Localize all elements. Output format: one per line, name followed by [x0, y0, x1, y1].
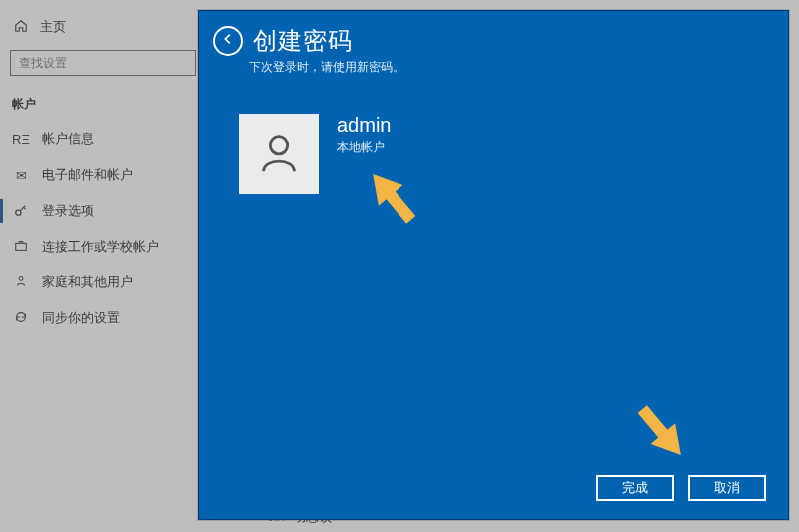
back-button[interactable] — [213, 26, 243, 56]
account-name: admin — [337, 114, 391, 137]
cancel-button-label: 取消 — [714, 479, 740, 497]
create-password-dialog: 创建密码 下次登录时，请使用新密码。 admin 本地帐户 完成 取消 — [198, 10, 789, 520]
dialog-subtitle: 下次登录时，请使用新密码。 — [199, 59, 788, 76]
avatar — [239, 114, 319, 194]
account-type: 本地帐户 — [337, 139, 391, 156]
dialog-header: 创建密码 — [199, 11, 788, 59]
dialog-button-row: 完成 取消 — [596, 475, 766, 501]
back-arrow-icon — [221, 32, 235, 50]
finish-button[interactable]: 完成 — [596, 475, 674, 501]
dialog-title: 创建密码 — [253, 25, 353, 57]
account-summary: admin 本地帐户 — [199, 76, 788, 194]
finish-button-label: 完成 — [622, 479, 648, 497]
svg-point-3 — [270, 137, 287, 154]
user-icon — [256, 129, 302, 179]
account-text: admin 本地帐户 — [319, 114, 391, 156]
cancel-button[interactable]: 取消 — [688, 475, 766, 501]
